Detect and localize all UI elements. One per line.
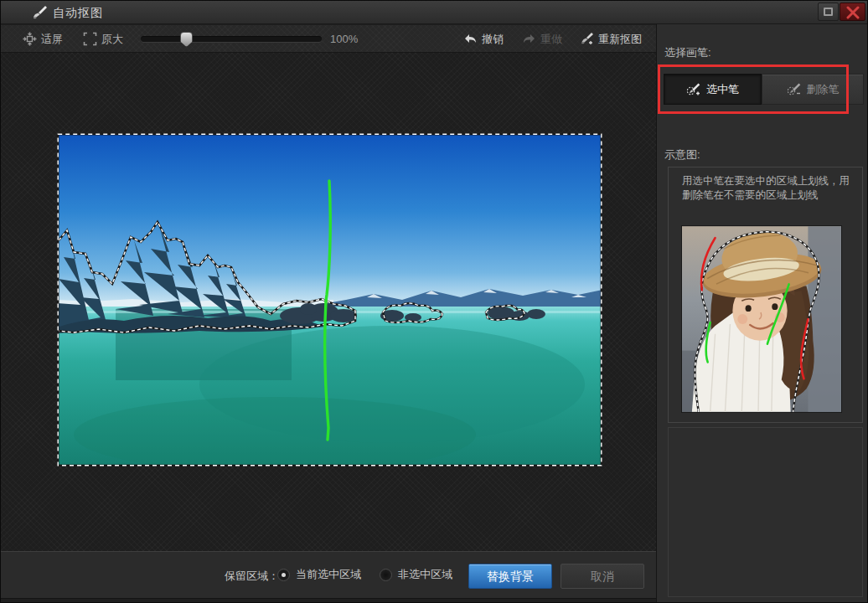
option-current-selected-region[interactable]: 当前选中区域 xyxy=(277,567,361,582)
original-size-button[interactable]: 原大 xyxy=(83,25,123,53)
example-section-label: 示意图: xyxy=(664,147,700,162)
fit-screen-icon xyxy=(23,32,37,46)
zoom-slider-thumb[interactable] xyxy=(180,32,193,47)
title-bar: 自动抠图 xyxy=(1,1,868,24)
lake-photo-with-selection[interactable] xyxy=(57,133,602,466)
auto-cutout-dialog: 自动抠图 适屏 原大 100% xyxy=(0,0,868,603)
delete-pen-button[interactable]: 删除笔 xyxy=(762,74,864,105)
original-size-label: 原大 xyxy=(101,32,123,47)
delete-pen-label: 删除笔 xyxy=(807,82,840,97)
option-current-label: 当前选中区域 xyxy=(296,567,361,582)
example-box: 用选中笔在要选中的区域上划线，用删除笔在不需要的区域上划线 xyxy=(668,167,863,423)
radio-selected-icon[interactable] xyxy=(277,569,290,581)
option-non-selected-region[interactable]: 非选中区域 xyxy=(380,567,452,582)
original-size-icon xyxy=(83,32,97,46)
toolbar: 适屏 原大 100% 撤销 重做 xyxy=(1,25,656,53)
fit-screen-label: 适屏 xyxy=(41,32,63,47)
recut-button[interactable]: 重新抠图 xyxy=(580,25,642,53)
close-icon xyxy=(846,6,860,19)
maximize-button[interactable] xyxy=(818,3,839,21)
girl-eye-left xyxy=(746,305,752,312)
option-non-label: 非选中区域 xyxy=(398,567,452,582)
undo-button[interactable]: 撤销 xyxy=(463,25,504,53)
radio-unselected-icon[interactable] xyxy=(380,569,392,581)
brush-section-label: 选择画笔: xyxy=(664,45,711,60)
example-girl-photo xyxy=(681,225,842,413)
undo-arrow-icon xyxy=(463,32,478,46)
cancel-button[interactable]: 取消 xyxy=(561,564,644,589)
instruction-text: 用选中笔在要选中的区域上划线，用删除笔在不需要的区域上划线 xyxy=(682,174,851,203)
brush-icon xyxy=(31,4,48,21)
undo-label: 撤销 xyxy=(482,32,504,47)
select-pen-button[interactable]: 选中笔 xyxy=(664,74,762,105)
brush-minus-icon xyxy=(787,82,801,96)
girl-cheek-left xyxy=(737,314,747,324)
redo-arrow-icon xyxy=(522,32,536,46)
zoom-slider[interactable] xyxy=(141,36,322,42)
lower-empty-box xyxy=(668,427,863,597)
brush-plus-icon xyxy=(686,82,700,96)
recut-label: 重新抠图 xyxy=(598,32,642,47)
redo-button[interactable]: 重做 xyxy=(522,25,562,53)
redo-label: 重做 xyxy=(540,32,562,47)
maximize-icon xyxy=(824,8,833,16)
keep-region-label: 保留区域： xyxy=(225,569,279,584)
bottom-action-bar: 保留区域： 当前选中区域 非选中区域 替换背景 取消 xyxy=(1,551,656,599)
fit-screen-button[interactable]: 适屏 xyxy=(23,25,63,53)
zoom-value: 100% xyxy=(330,33,358,45)
window-title: 自动抠图 xyxy=(53,6,103,21)
brush-redo-icon xyxy=(580,32,594,46)
right-panel: 选择画笔: 选中笔 删除笔 示意图: 用选中笔在要选中的区域上划线，用删除笔在不… xyxy=(656,24,868,603)
close-button[interactable] xyxy=(840,3,865,21)
girl-eye-right xyxy=(772,303,778,310)
select-pen-label: 选中笔 xyxy=(706,82,739,97)
canvas-area[interactable] xyxy=(1,53,656,551)
replace-background-button[interactable]: 替换背景 xyxy=(468,564,552,589)
